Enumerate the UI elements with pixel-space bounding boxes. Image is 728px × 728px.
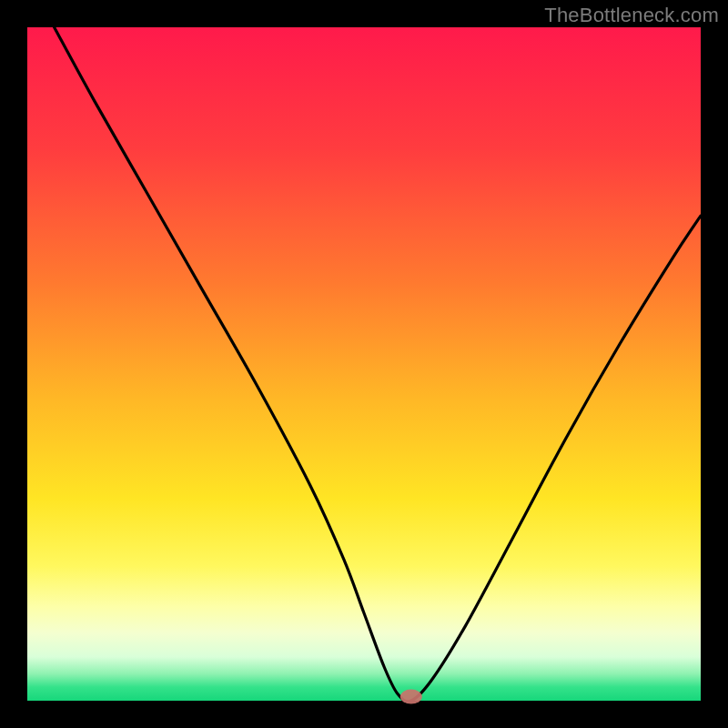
optimal-marker [400, 690, 422, 704]
plot-background [27, 27, 701, 701]
chart-frame: TheBottleneck.com [0, 0, 728, 728]
watermark-text: TheBottleneck.com [544, 4, 719, 27]
bottleneck-chart [0, 0, 728, 728]
